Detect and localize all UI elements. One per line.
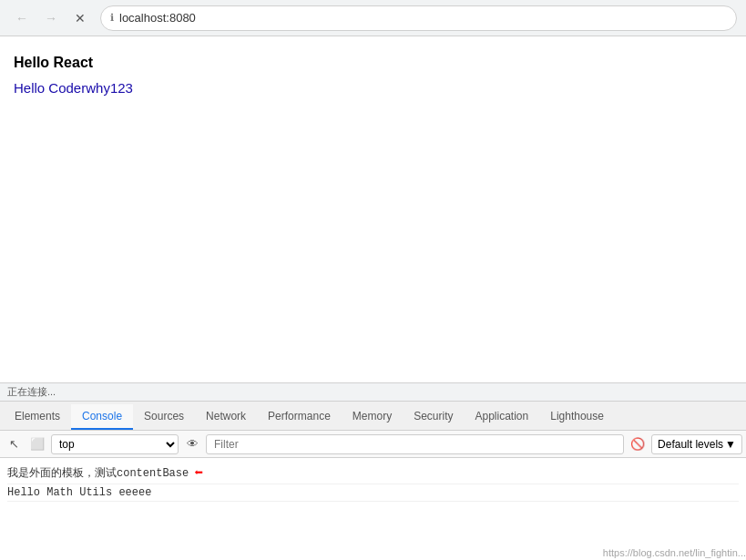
console-line-1: 我是外面的模板，测试contentBase ⬅ xyxy=(7,462,739,484)
levels-label: Default levels xyxy=(658,438,723,451)
tab-elements[interactable]: Elements xyxy=(4,404,71,430)
devtools-console: 我是外面的模板，测试contentBase ⬅ Hello Math Utils… xyxy=(0,458,746,560)
context-select[interactable]: top xyxy=(51,434,179,454)
tab-lighthouse[interactable]: Lighthouse xyxy=(539,404,615,430)
tab-memory[interactable]: Memory xyxy=(342,404,403,430)
page-content: Hello React Hello Coderwhy123 xyxy=(0,36,746,382)
chevron-down-icon: ▼ xyxy=(725,438,736,451)
stop-reload-button[interactable]: ✕ xyxy=(67,5,93,31)
block-button[interactable]: 🚫 xyxy=(628,434,648,454)
tab-security[interactable]: Security xyxy=(403,404,464,430)
page-title: Hello React xyxy=(14,55,732,71)
nav-buttons: ← → ✕ xyxy=(9,5,93,31)
console-text-2: Hello Math Utils eeeee xyxy=(7,486,151,499)
eye-button[interactable]: 👁 xyxy=(182,434,202,454)
levels-button[interactable]: Default levels ▼ xyxy=(651,434,742,454)
tab-application[interactable]: Application xyxy=(465,404,540,430)
tab-performance[interactable]: Performance xyxy=(257,404,342,430)
console-line-2: Hello Math Utils eeeee xyxy=(7,484,739,502)
status-text: 正在连接... xyxy=(7,385,56,399)
address-bar[interactable]: ℹ xyxy=(100,5,737,31)
devtools-panel: Elements Console Sources Network Perform… xyxy=(0,401,746,560)
back-button[interactable]: ← xyxy=(9,5,35,31)
browser-chrome: ← → ✕ ℹ xyxy=(0,0,746,36)
device-toggle-button[interactable]: ⬜ xyxy=(27,434,47,454)
tab-network[interactable]: Network xyxy=(195,404,257,430)
devtools-tabs: Elements Console Sources Network Perform… xyxy=(0,402,746,431)
red-arrow-icon: ⬅ xyxy=(194,463,203,482)
tab-sources[interactable]: Sources xyxy=(133,404,195,430)
devtools-toolbar: ↖ ⬜ top 👁 🚫 Default levels ▼ xyxy=(0,431,746,458)
filter-input[interactable] xyxy=(206,434,624,454)
forward-button[interactable]: → xyxy=(38,5,64,31)
status-bar: 正在连接... xyxy=(0,382,746,401)
url-input[interactable] xyxy=(119,11,727,25)
page-link[interactable]: Hello Coderwhy123 xyxy=(14,80,133,96)
lock-icon: ℹ xyxy=(110,12,114,24)
console-text-1: 我是外面的模板，测试contentBase xyxy=(7,465,189,481)
tab-console[interactable]: Console xyxy=(71,404,133,430)
cursor-toggle-button[interactable]: ↖ xyxy=(4,434,24,454)
